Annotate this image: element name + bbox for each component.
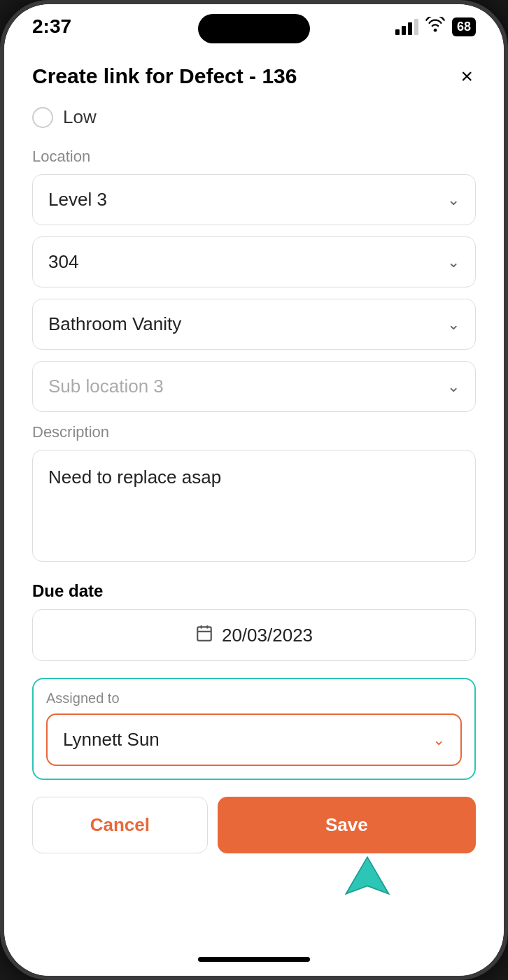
area-value: Bathroom Vanity (48, 313, 181, 335)
area-chevron-icon: ⌄ (447, 315, 460, 334)
action-buttons: Cancel Save (32, 797, 476, 853)
assigned-value: Lynnett Sun (63, 729, 160, 751)
due-date-value: 20/03/2023 (222, 625, 313, 646)
room-value: 304 (48, 251, 78, 273)
sublocation-chevron-icon: ⌄ (447, 378, 460, 396)
due-date-field[interactable]: 20/03/2023 (32, 609, 476, 661)
description-section-label: Description (32, 423, 476, 441)
modal-header: Create link for Defect - 136 × (32, 43, 476, 106)
status-icons: 68 (395, 17, 476, 36)
arrow-cursor (343, 854, 392, 906)
priority-row: Low (32, 106, 476, 128)
cancel-button[interactable]: Cancel (32, 797, 208, 853)
level-dropdown[interactable]: Level 3 ⌄ (32, 174, 476, 225)
phone-frame: 2:37 68 (0, 0, 508, 980)
save-button[interactable]: Save (218, 797, 476, 853)
battery-icon: 68 (452, 17, 476, 36)
home-indicator (4, 949, 504, 976)
room-chevron-icon: ⌄ (447, 253, 460, 271)
due-date-section: Due date 20/03/2023 (32, 581, 476, 661)
calendar-icon (195, 624, 213, 646)
room-dropdown[interactable]: 304 ⌄ (32, 236, 476, 287)
signal-icon (395, 19, 418, 35)
priority-radio[interactable] (32, 107, 53, 128)
sublocation-dropdown[interactable]: Sub location 3 ⌄ (32, 361, 476, 412)
description-section: Description (32, 423, 476, 564)
home-bar (198, 957, 310, 962)
assigned-section: Assigned to Lynnett Sun ⌄ (32, 678, 476, 780)
assigned-label: Assigned to (46, 690, 462, 706)
phone-screen: 2:37 68 (4, 4, 504, 976)
close-button[interactable]: × (458, 63, 476, 90)
assigned-chevron-icon: ⌄ (432, 731, 445, 749)
dynamic-island (198, 14, 310, 43)
assigned-dropdown[interactable]: Lynnett Sun ⌄ (46, 713, 462, 766)
svg-marker-4 (346, 857, 388, 894)
level-value: Level 3 (48, 189, 107, 211)
volume-down-button (0, 270, 4, 333)
volume-silent-button (0, 130, 4, 172)
priority-label: Low (63, 106, 97, 128)
level-chevron-icon: ⌄ (447, 191, 460, 209)
modal-title: Create link for Defect - 136 (32, 64, 297, 88)
area-dropdown[interactable]: Bathroom Vanity ⌄ (32, 299, 476, 350)
power-button (504, 214, 508, 305)
wifi-icon (425, 17, 445, 36)
volume-up-button (0, 193, 4, 256)
location-section-label: Location (32, 148, 476, 166)
sublocation-value: Sub location 3 (48, 376, 164, 397)
description-input[interactable] (32, 450, 476, 562)
svg-rect-0 (197, 627, 211, 641)
due-date-label: Due date (32, 581, 476, 601)
status-time: 2:37 (32, 15, 71, 38)
modal-content: Create link for Defect - 136 × Low Locat… (4, 43, 504, 949)
